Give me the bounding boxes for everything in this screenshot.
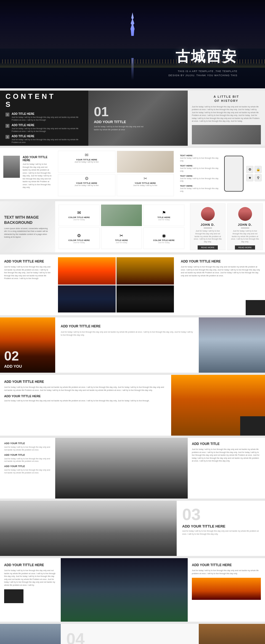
item-text-3: ADD TITLE HERE Just for today I will try… bbox=[12, 135, 83, 144]
icon-item-2: ⚙ YOUR TITTLE HERE Just for today I will… bbox=[58, 174, 115, 196]
slide-profile-icons: ADD YOUR TITTLE HERE Just for today I wi… bbox=[0, 148, 265, 199]
num04-content: 04 ADD YOUR Just for today I will try to… bbox=[61, 624, 199, 644]
contents-label: CONTENT S bbox=[6, 92, 83, 108]
profile-info: ADD YOUR TITTLE HERE Just for today I wi… bbox=[23, 156, 52, 189]
icon-cell-2: ⚑ TITLE HERE Just for today bbox=[143, 205, 184, 226]
profile-left: ADD YOUR TITTLE HERE Just for today I wi… bbox=[0, 148, 55, 199]
slide-add-tittle-grid: ADD YOUR TITTLE HERE Just for today I wi… bbox=[0, 255, 265, 315]
right-content-8: ADD YOUR TITLE Just for today I will try… bbox=[188, 438, 265, 499]
arch-img-04 bbox=[199, 624, 265, 644]
right-text-5: ADD YOUR TITTLE HERE Just for today I wi… bbox=[177, 255, 265, 315]
read-more-btn-1[interactable]: READ MORE bbox=[198, 245, 218, 250]
item-text-2: ADD TITLE HERE Just for today I will try… bbox=[12, 124, 83, 133]
slide-hero: 古城西安 THIS IS A ART TEMPLATE ,THE TEMPLAT… bbox=[0, 0, 265, 88]
profile-area: ADD YOUR TITTLE HERE Just for today I wi… bbox=[3, 156, 52, 189]
icon-item-1: ✉ YOUR TITTLE HERE Just for today I will… bbox=[58, 151, 115, 173]
history-panel: A LITTLE BITOF HISTORY Just for today I … bbox=[188, 91, 265, 146]
left-text-5: ADD YOUR TITTLE HERE Just for today I wi… bbox=[0, 255, 55, 315]
image-bg-panel: TEXT WITH IMAGE BACKGROUND Lorem ipsum d… bbox=[0, 201, 55, 252]
avatar-inner-2 bbox=[238, 207, 252, 221]
text-label-1: TEXT HERE: Just for today I will try to … bbox=[180, 154, 221, 162]
text-label-3: TEXT HERE: Just for today I will try to … bbox=[180, 175, 221, 183]
thumb-arch bbox=[117, 151, 174, 173]
link-icon: ⚲ bbox=[255, 174, 262, 181]
item-num-1: 1 bbox=[6, 113, 9, 116]
image-grid-4 bbox=[55, 255, 177, 315]
contents-items: 1 ADD TITLE HERE Just for today I will t… bbox=[6, 112, 83, 144]
avatar-statue bbox=[3, 156, 20, 178]
item-num-3: 3 bbox=[6, 135, 9, 139]
avatar-1 bbox=[201, 207, 215, 221]
content-item-1: 1 ADD TITLE HERE Just for today I will t… bbox=[6, 112, 83, 121]
slide-add-tittle-10: ADD YOUR TITTLE HERE Just for today I wi… bbox=[0, 558, 265, 622]
item-num-2: 2 bbox=[6, 124, 9, 128]
text-overlay: TEXT WITH IMAGE BACKGROUND Lorem ipsum d… bbox=[0, 201, 55, 252]
grid-img-2 bbox=[116, 257, 174, 285]
street-img-03 bbox=[0, 501, 177, 556]
history-title: A LITTLE BITOF HISTORY bbox=[192, 95, 261, 103]
gear-icon-3: ⚙ bbox=[77, 233, 81, 238]
right-11: ADD YOUR TITTLE HERE Just for today I wi… bbox=[188, 558, 265, 622]
icon-cell-4: ✂ TITLE HERE Just for today bbox=[101, 227, 142, 249]
slide-small-items: ADD YOUR TITLE Just for today I will try… bbox=[0, 438, 265, 499]
left-11: ADD YOUR TITTLE HERE Just for today I wi… bbox=[0, 558, 61, 622]
left-content-7: ADD YOUR TITTLE HERE Just for today I wi… bbox=[0, 375, 171, 436]
phone-section: TEXT HERE: Just for today I will try to … bbox=[177, 148, 265, 199]
icon-grid-center: ✉ YOUR TITTLE HERE Just for today I will… bbox=[55, 148, 177, 199]
num02-content: ADD YOUR TITTLE HERE Just for today I wi… bbox=[55, 317, 199, 373]
slide-04: 04 ADD YOUR Just for today I will try to… bbox=[0, 624, 265, 644]
left-img-04 bbox=[0, 624, 61, 644]
slide-02: 02 ADD YOU ADD YOUR TITTLE HERE Just for… bbox=[0, 317, 265, 373]
icon-cell-3: ⚙ COLOR TITLE HERE Just for today bbox=[59, 227, 100, 249]
big-num-01: 01 bbox=[94, 105, 182, 118]
square-icons: ⚙ 🔒 ★ ⚲ bbox=[246, 166, 262, 181]
history-body: Just for today I will try to live throug… bbox=[192, 105, 261, 123]
profile-cards: JOHN D. Just for today I will try to liv… bbox=[188, 201, 265, 252]
history-img bbox=[192, 125, 261, 144]
grid-img-1 bbox=[58, 257, 116, 285]
content-item-3: 3 ADD TITLE HERE Just for today I will t… bbox=[6, 135, 83, 144]
right-img-11 bbox=[192, 578, 261, 600]
contents-left: CONTENT S 1 ADD TITLE HERE Just for toda… bbox=[0, 91, 88, 146]
overlay-text-02: 02 ADD YOU bbox=[4, 349, 22, 369]
sunset-img-left: 02 ADD YOU bbox=[0, 317, 55, 373]
phone-icons-right bbox=[224, 156, 243, 192]
slide-03: 03 ADD YOUR TITTLE HERE Just for today I… bbox=[0, 501, 265, 556]
text-labels-right: TEXT HERE: Just for today I will try to … bbox=[180, 154, 221, 192]
scissors-icon-3: ✂ bbox=[144, 176, 147, 181]
grid-img-4 bbox=[116, 285, 174, 313]
right-img-7 bbox=[171, 375, 265, 436]
lock-icon: 🔒 bbox=[255, 166, 262, 173]
read-more-btn-2[interactable]: READ MORE bbox=[235, 245, 255, 250]
small-items-left: ADD YOUR TITLE Just for today I will try… bbox=[0, 438, 55, 499]
item-text-1: ADD TITLE HERE Just for today I will try… bbox=[12, 112, 83, 121]
contents-center: 01 ADD YOUR TITTLE Just for today I will… bbox=[88, 91, 188, 146]
divider-2 bbox=[241, 228, 249, 228]
envelope-icon: ✉ bbox=[77, 210, 81, 215]
circle-icon: ◉ bbox=[162, 233, 166, 238]
content-item-2: 2 ADD TITLE HERE Just for today I will t… bbox=[6, 124, 83, 133]
num03-content: 03 ADD YOUR TITTLE HERE Just for today I… bbox=[177, 501, 265, 556]
text-label-4: TEXT HERE: Just for today I will try to … bbox=[180, 185, 221, 193]
divider-1 bbox=[204, 228, 212, 228]
icon-item-3: ✂ YOUR TITTLE HERE Just for today I will… bbox=[117, 174, 174, 196]
flag-icon: ⚑ bbox=[162, 210, 166, 215]
center-img-11 bbox=[61, 558, 188, 622]
slide-contents: CONTENT S 1 ADD TITLE HERE Just for toda… bbox=[0, 91, 265, 146]
scissors-icon: ✂ bbox=[120, 233, 123, 238]
star-icon: ★ bbox=[246, 174, 253, 181]
grid-img-3 bbox=[58, 285, 116, 313]
text-label-2: TEXT HERE: Just for today I will try to … bbox=[180, 165, 221, 173]
flag-image bbox=[101, 205, 142, 226]
gear-icon-2: ⚙ bbox=[85, 176, 89, 181]
phone-mockup bbox=[224, 156, 243, 192]
slide-image-bg-text: TEXT WITH IMAGE BACKGROUND Lorem ipsum d… bbox=[0, 201, 265, 252]
add-desc: Just for today I will try to live throug… bbox=[94, 125, 144, 131]
icon-cell-5: ◉ COLOR TITLE HERE Just for today bbox=[143, 227, 184, 249]
gear-icon: ⚙ bbox=[246, 166, 253, 173]
pagoda-img-right bbox=[199, 317, 265, 373]
hero-title-cn: 古城西安 bbox=[176, 47, 237, 66]
hero-subtitle: THIS IS A ART TEMPLATE ,THE TEMPLATE DES… bbox=[168, 69, 237, 77]
icon-cell-1: ✉ COLOR TITLE HERE Just for today bbox=[59, 205, 100, 226]
street-center-img bbox=[55, 438, 188, 499]
